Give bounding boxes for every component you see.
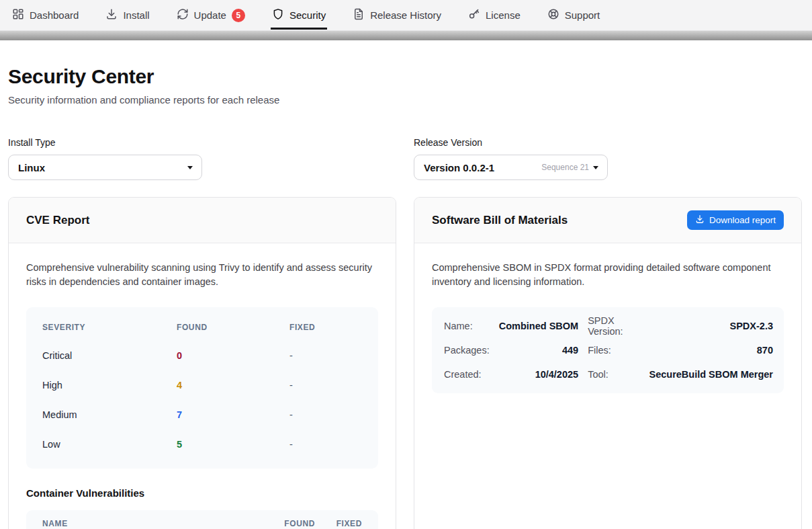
fixed-col-header: FIXED	[289, 323, 362, 332]
table-row-low: Low 5 -	[42, 430, 362, 459]
nav-label: Dashboard	[30, 9, 79, 21]
sbom-card-body: Comprehensive SBOM in SPDX format provid…	[414, 243, 801, 529]
found-col-header: FOUND	[177, 323, 289, 332]
found-count: 7	[177, 409, 289, 420]
sequence-label: Sequence 21	[541, 163, 589, 172]
sbom-description: Comprehensive SBOM in SPDX format provid…	[432, 261, 784, 290]
table-row-high: High 4 -	[42, 370, 362, 400]
install-type-value: Linux	[18, 162, 45, 173]
found-count: 5	[177, 439, 289, 450]
release-version-select[interactable]: Version 0.0.2-1 Sequence 21	[414, 155, 608, 180]
name-col-header: NAME	[42, 519, 255, 528]
info-value: SPDX-2.3	[649, 314, 773, 338]
info-value: 449	[499, 338, 578, 362]
nav-item-license[interactable]: License	[468, 0, 521, 30]
shield-icon	[272, 8, 284, 22]
info-label: Packages:	[444, 338, 490, 362]
info-label: Tool:	[588, 362, 639, 386]
info-value: 10/4/2025	[499, 362, 578, 386]
nav-label: Support	[565, 9, 600, 21]
severity-table: SEVERITY FOUND FIXED Critical 0 - High 4…	[26, 307, 378, 469]
nav-item-dashboard[interactable]: Dashboard	[12, 0, 79, 30]
release-version-value: Version 0.0.2-1	[424, 162, 494, 173]
chevron-down-icon	[187, 166, 193, 169]
fixed-count: -	[289, 439, 362, 450]
download-report-button[interactable]: Download report	[687, 210, 784, 230]
severity-table-header: SEVERITY FOUND FIXED	[42, 314, 362, 341]
cve-report-card: CVE Report Comprehensive vulnerability s…	[8, 197, 396, 529]
severity-label: Medium	[42, 409, 177, 420]
table-row-medium: Medium 7 -	[42, 400, 362, 430]
severity-label: Critical	[42, 350, 177, 361]
release-version-filter: Release Version Version 0.0.2-1 Sequence…	[414, 137, 802, 180]
document-icon	[353, 8, 365, 22]
nav-label: License	[486, 9, 521, 21]
nav-label: Install	[123, 9, 149, 21]
filters-row: Install Type Linux Release Version Versi…	[8, 137, 802, 180]
nav-item-release-history[interactable]: Release History	[353, 0, 441, 30]
info-label: SPDX Version:	[588, 314, 639, 338]
install-type-select[interactable]: Linux	[8, 155, 202, 180]
found-count: 4	[177, 380, 289, 391]
chevron-down-icon	[593, 166, 598, 169]
download-report-label: Download report	[709, 215, 776, 225]
fixed-count: -	[289, 350, 362, 361]
fixed-count: -	[289, 380, 362, 391]
lifebuoy-icon	[547, 8, 559, 22]
key-icon	[468, 8, 480, 22]
top-nav: Dashboard Install Update 5 Security Rele…	[0, 0, 812, 31]
download-icon	[695, 214, 705, 226]
release-version-label: Release Version	[414, 137, 802, 148]
cards-row: CVE Report Comprehensive vulnerability s…	[8, 197, 802, 529]
download-icon	[105, 8, 118, 22]
install-type-filter: Install Type Linux	[8, 137, 396, 180]
info-value: SecureBuild SBOM Merger	[649, 362, 773, 386]
sbom-card: Software Bill of Materials Download repo…	[414, 197, 802, 529]
severity-label: High	[42, 380, 177, 391]
sbom-card-title: Software Bill of Materials	[432, 214, 568, 227]
cve-card-title: CVE Report	[26, 214, 89, 227]
info-label: Files:	[588, 338, 639, 362]
update-count-badge: 5	[232, 9, 245, 22]
info-label: Created:	[444, 362, 490, 386]
severity-col-header: SEVERITY	[42, 323, 177, 332]
found-count: 0	[177, 350, 289, 361]
container-vulnerabilities-title: Container Vulnerabilities	[26, 487, 378, 499]
found-col-header: FOUND	[255, 519, 315, 528]
cve-description: Comprehensive vulnerability scanning usi…	[26, 261, 378, 290]
page-content: Security Center Security information and…	[0, 65, 812, 529]
nav-item-install[interactable]: Install	[105, 0, 149, 30]
cve-card-header: CVE Report	[9, 198, 396, 243]
nav-item-update[interactable]: Update 5	[177, 0, 245, 30]
page-subtitle: Security information and compliance repo…	[8, 94, 802, 106]
nav-label: Update	[194, 9, 226, 21]
container-vulnerabilities-table-header: NAME FOUND FIXED	[26, 510, 378, 529]
nav-label: Release History	[370, 9, 441, 21]
nav-item-security[interactable]: Security	[272, 0, 326, 30]
fixed-count: -	[289, 409, 362, 420]
info-label: Name:	[444, 314, 490, 338]
info-value: Combined SBOM	[499, 314, 578, 338]
nav-item-support[interactable]: Support	[547, 0, 600, 30]
cve-card-body: Comprehensive vulnerability scanning usi…	[9, 243, 396, 529]
info-value: 870	[649, 338, 773, 362]
dashboard-grid-icon	[12, 8, 24, 22]
page-title: Security Center	[8, 65, 802, 88]
sbom-info-grid: Name: Combined SBOM SPDX Version: SPDX-2…	[432, 307, 784, 393]
sbom-card-header: Software Bill of Materials Download repo…	[414, 198, 801, 243]
nav-label: Security	[289, 9, 326, 21]
install-type-label: Install Type	[8, 137, 396, 148]
table-row-critical: Critical 0 -	[42, 341, 362, 370]
refresh-icon	[177, 8, 189, 22]
header-shadow-strip	[0, 31, 812, 40]
severity-label: Low	[42, 439, 177, 450]
fixed-col-header: FIXED	[315, 519, 362, 528]
